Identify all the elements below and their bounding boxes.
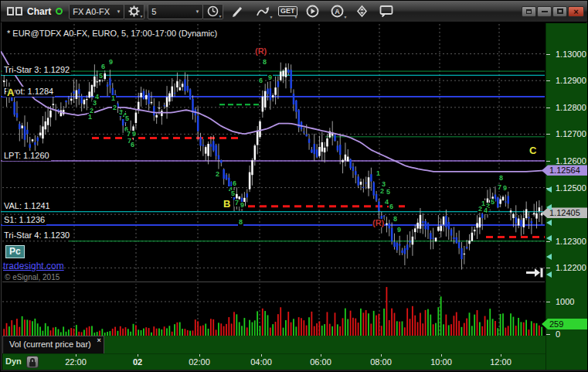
- td-count-number: 2: [215, 171, 220, 178]
- time-axis-tick: [261, 354, 262, 357]
- close-tab-icon[interactable]: ×: [97, 336, 101, 344]
- volume-bar: [228, 317, 229, 336]
- time-axis-label: 06:00: [304, 357, 338, 367]
- style-brush-button[interactable]: [352, 3, 372, 20]
- volume-bar: [210, 319, 212, 336]
- volume-bar: [226, 324, 227, 336]
- volume-bar: [295, 326, 297, 336]
- price-chart-canvas[interactable]: [1, 23, 546, 336]
- time-axis[interactable]: Dyn 22:000202:0004:0006:0008:0010:0012:0…: [2, 353, 546, 370]
- dynamic-session-label[interactable]: Dyn: [5, 357, 22, 366]
- volume-bar: [53, 328, 54, 336]
- volume-bar: [510, 313, 512, 336]
- candle-body: [215, 145, 217, 156]
- volume-bar: [360, 309, 362, 336]
- candle-body: [345, 155, 347, 161]
- candle-body: [399, 244, 401, 246]
- jump-to-latest-button[interactable]: [525, 266, 543, 279]
- volume-bar: [495, 321, 496, 336]
- candle-body: [458, 242, 461, 248]
- volume-bar: [355, 319, 356, 336]
- volume-bar: [83, 329, 85, 336]
- candle-body: [212, 141, 215, 150]
- candle-body: [314, 144, 316, 154]
- candle-body: [523, 218, 525, 227]
- volume-bar: [272, 324, 274, 336]
- trendline-tool-button[interactable]: ▼: [253, 3, 273, 20]
- axis-alert-arrow-icon: [546, 271, 552, 278]
- td-count-number: 9: [240, 202, 245, 209]
- maximize-button[interactable]: [552, 6, 567, 17]
- candle-body: [414, 228, 416, 232]
- close-button[interactable]: ×: [568, 6, 584, 17]
- candle-body: [109, 78, 111, 85]
- interval-dropdown[interactable]: 5 ▼: [148, 4, 203, 19]
- symbol-settings-button[interactable]: ▼: [124, 4, 144, 19]
- candle-body: [370, 174, 372, 181]
- get-data-button[interactable]: GET ▼: [277, 3, 297, 20]
- volume-bar: [246, 327, 248, 336]
- draw-tool-button[interactable]: [228, 3, 248, 20]
- time-template-button[interactable]: ▼: [203, 4, 223, 19]
- chart-window: Chart FX A0-FX ▼ ▼ 5 ▼: [0, 0, 588, 372]
- auto-analysis-icon: A: [331, 5, 344, 18]
- tab-volume[interactable]: Vol (current price bar) ×: [2, 336, 104, 353]
- volume-bar: [425, 310, 427, 336]
- volume-bar: [220, 323, 222, 336]
- auto-analysis-button[interactable]: A ▼: [327, 3, 347, 20]
- volume-bar: [469, 312, 471, 336]
- volume-bar: [505, 328, 506, 336]
- lock-button[interactable]: [26, 356, 39, 368]
- candle-body: [32, 139, 34, 141]
- candle-body: [76, 90, 78, 99]
- price-axis-tick: [546, 108, 550, 108]
- candle-body: [91, 85, 93, 97]
- candle-body: [184, 80, 186, 91]
- volume-bar: [122, 329, 124, 336]
- volume-bar: [76, 325, 77, 336]
- volume-axis-label: 0: [556, 329, 560, 339]
- candle-body: [153, 106, 155, 115]
- candle-body: [78, 89, 80, 94]
- level-label: VAL: 1.1241: [2, 201, 52, 211]
- td-count-number: 8: [238, 219, 243, 226]
- minimize-button[interactable]: [537, 6, 552, 17]
- candle-body: [207, 144, 209, 156]
- volume-bar: [187, 330, 189, 336]
- candle-body: [158, 108, 161, 108]
- volume-bar: [216, 329, 217, 336]
- candle-body: [138, 102, 140, 110]
- symbol-value: FX A0-FX: [73, 7, 111, 16]
- candle-body: [360, 182, 362, 185]
- candle-body: [409, 241, 411, 242]
- price-axis[interactable]: 1.130001.129001.128001.127001.126001.125…: [546, 23, 587, 370]
- candle-body: [166, 97, 168, 108]
- candle-body: [525, 209, 528, 218]
- comment-button[interactable]: [376, 3, 396, 20]
- candle-body: [49, 111, 52, 118]
- candle-body: [65, 101, 67, 102]
- td-count-number: 9: [396, 227, 402, 234]
- titlebar: Chart FX A0-FX ▼ ▼ 5 ▼: [1, 1, 588, 22]
- td-count-number: 6: [258, 77, 263, 84]
- volume-bar: [512, 317, 514, 336]
- candle-body: [16, 113, 19, 118]
- volume-axis-label: 1000: [556, 297, 574, 306]
- volume-bar: [26, 319, 28, 336]
- volume-bar: [37, 323, 39, 336]
- minimize-icon: [542, 11, 548, 12]
- play-button[interactable]: [302, 3, 322, 20]
- popout-button[interactable]: [522, 6, 536, 17]
- volume-bar: [422, 323, 423, 336]
- candle-body: [427, 224, 430, 230]
- tradesight-link[interactable]: tradesight.com: [3, 261, 64, 271]
- volume-bar: [345, 309, 346, 336]
- window-menu-icon[interactable]: [7, 7, 22, 15]
- volume-bar: [443, 324, 444, 336]
- candle-body: [326, 138, 328, 146]
- candle-body: [450, 230, 453, 236]
- symbol-dropdown[interactable]: FX A0-FX ▼: [69, 4, 124, 19]
- candle-body: [520, 220, 522, 226]
- time-axis-tick: [76, 354, 76, 357]
- td-count-number: 9: [108, 59, 114, 66]
